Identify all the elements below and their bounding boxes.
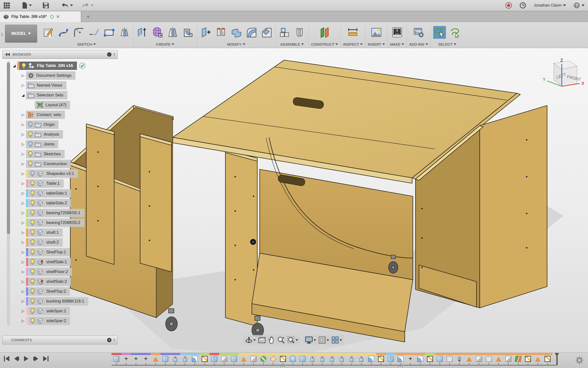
mirror-sketch-icon[interactable] xyxy=(118,26,131,39)
timeline-feature-box[interactable] xyxy=(160,353,170,362)
tree-item-chip[interactable]: shaft:1 xyxy=(26,228,63,237)
tree-item-chip[interactable]: Selection Sets xyxy=(26,91,67,99)
tree-item[interactable]: ▷ Contact: sets xyxy=(11,110,118,120)
timeline-feature-diam[interactable] xyxy=(268,353,278,362)
tree-item-chip[interactable]: Table:1 xyxy=(26,179,64,188)
timeline-feature-move[interactable]: + xyxy=(405,353,415,362)
spline-icon[interactable] xyxy=(57,26,70,39)
visibility-bulb-icon[interactable] xyxy=(30,171,35,177)
tree-item-chip[interactable]: shelfSide:1 xyxy=(26,258,71,266)
timeline-playhead[interactable] xyxy=(554,353,560,365)
scripts-addins-icon[interactable] xyxy=(412,26,425,39)
tree-item[interactable]: ▷ Analysis xyxy=(11,130,118,139)
tree-item[interactable]: ▷ shelfSide:1 xyxy=(11,257,118,267)
tree-item-chip[interactable]: Flip Table .5IN v16 xyxy=(17,62,77,70)
collapsed-arrow-icon[interactable]: ▷ xyxy=(20,230,26,235)
timeline-feature-del[interactable]: × xyxy=(180,353,190,362)
timeline-feature-move[interactable]: + xyxy=(141,353,151,362)
appearance-icon[interactable] xyxy=(215,26,227,39)
visibility-bulb-icon[interactable] xyxy=(30,249,35,255)
tree-item[interactable]: ◢ Selection Sets xyxy=(11,90,118,100)
collapsed-arrow-icon[interactable]: ▷ xyxy=(20,270,26,274)
look-at-icon[interactable] xyxy=(258,337,266,343)
tree-item-chip[interactable]: Named Views xyxy=(26,81,66,90)
file-menu-icon[interactable] xyxy=(22,2,32,9)
timeline-feature-sketch[interactable] xyxy=(543,353,552,362)
timeline-feature-pin[interactable] xyxy=(454,353,464,362)
collapsed-arrow-icon[interactable]: ▷ xyxy=(20,250,26,254)
grid-settings-icon[interactable] xyxy=(318,336,329,344)
timeline-feature-curve[interactable] xyxy=(366,353,376,362)
timeline-feature-comp[interactable]: ↓ xyxy=(484,353,494,362)
timeline-feature-curve[interactable] xyxy=(415,353,425,362)
visibility-bulb-icon[interactable] xyxy=(30,308,35,314)
addins-group-label[interactable]: ADD-INS xyxy=(409,42,428,47)
step-back-icon[interactable] xyxy=(13,355,20,362)
shell-icon[interactable] xyxy=(182,26,194,39)
assemble-group-label[interactable]: ASSEMBLE xyxy=(280,42,304,47)
create-group-label[interactable]: CREATE xyxy=(156,42,174,47)
expanded-arrow-icon[interactable]: ◢ xyxy=(11,64,17,68)
collapsed-arrow-icon[interactable]: ▷ xyxy=(20,201,26,205)
tree-item[interactable]: ▷ Origin xyxy=(11,120,118,130)
visibility-bulb-icon[interactable] xyxy=(30,288,35,295)
modify-group-label[interactable]: MODIFY xyxy=(227,42,245,47)
tree-item-chip[interactable]: shelfSide:2 xyxy=(26,277,71,286)
tree-item-chip[interactable]: Analysis xyxy=(26,130,63,139)
collapsed-arrow-icon[interactable]: ▷ xyxy=(20,132,26,137)
tree-item[interactable]: ▷ Joints xyxy=(11,139,118,149)
job-status-clock-icon[interactable] xyxy=(519,2,526,9)
mirror-body-icon[interactable] xyxy=(166,26,179,39)
visibility-bulb-icon[interactable] xyxy=(30,200,35,206)
collapse-panel-icon[interactable] xyxy=(5,53,10,56)
pan-icon[interactable] xyxy=(268,336,275,344)
collapsed-arrow-icon[interactable]: ▷ xyxy=(20,221,26,225)
timeline-feature-curve[interactable] xyxy=(190,353,200,362)
timeline-feature-sketch[interactable] xyxy=(425,353,435,362)
timeline-settings-gear-icon[interactable] xyxy=(575,356,584,364)
tree-item[interactable]: ▷ shelfSide:2 xyxy=(11,277,118,287)
select-group-label[interactable]: SELECT xyxy=(438,42,456,47)
form-icon[interactable] xyxy=(151,26,164,39)
new-tab-button[interactable]: + xyxy=(81,11,95,22)
tree-item-chip[interactable]: sideSpar:2 xyxy=(26,317,70,325)
tree-item-chip[interactable]: Origin xyxy=(26,120,59,129)
insert-ok-check-icon[interactable] xyxy=(79,62,86,69)
tree-item-chip[interactable]: shelfFloor:2 xyxy=(26,268,72,276)
tree-item-chip[interactable]: tableSide:1 xyxy=(26,189,71,197)
collapsed-arrow-icon[interactable]: ▷ xyxy=(20,73,26,78)
tree-item[interactable]: ▷ Construction xyxy=(11,159,118,169)
help-icon[interactable]: ? xyxy=(573,2,585,9)
timeline-feature-del[interactable]: × xyxy=(356,353,366,362)
timeline-feature-slash[interactable] xyxy=(258,353,268,362)
tree-item-chip[interactable]: Shapeoko v3:1 xyxy=(26,170,78,178)
tree-item[interactable]: ▷ sideSpar:2 xyxy=(11,316,118,326)
visibility-bulb-icon[interactable] xyxy=(28,141,33,147)
timeline-feature-joint[interactable] xyxy=(249,353,258,362)
visibility-bulb-icon[interactable] xyxy=(30,318,35,324)
collapsed-arrow-icon[interactable]: ▷ xyxy=(20,319,26,323)
timeline-feature-box[interactable] xyxy=(435,353,445,362)
timeline-feature-sketch[interactable] xyxy=(376,353,386,362)
tree-item[interactable]: ▷ shaft:1 xyxy=(11,228,118,237)
tree-item-chip[interactable]: bearing7208K55:2 xyxy=(26,219,84,227)
timeline-feature-plane[interactable] xyxy=(513,353,523,362)
visibility-bulb-icon[interactable] xyxy=(28,131,33,138)
extrude-icon[interactable] xyxy=(136,26,149,39)
tree-item[interactable]: ▷ Shapeoko v3:1 xyxy=(11,169,118,179)
tree-item[interactable]: ▷ Table:1 xyxy=(11,179,118,188)
collapsed-arrow-icon[interactable]: ▷ xyxy=(20,309,26,313)
tree-item-chip[interactable]: tableSide:2 xyxy=(26,199,71,207)
tree-item-chip[interactable]: Sketches xyxy=(26,150,65,158)
construction-plane-icon[interactable] xyxy=(318,26,331,39)
view-cube[interactable]: LEFT FRONT Z Y X xyxy=(540,56,587,96)
inspect-group-label[interactable]: INSPECT xyxy=(343,42,363,47)
measure-icon[interactable] xyxy=(346,26,359,39)
go-to-end-icon[interactable] xyxy=(43,355,49,362)
sketch-group-label[interactable]: SKETCH xyxy=(77,42,96,47)
tree-item[interactable]: ▷ tableSide:2 xyxy=(11,198,118,208)
collapsed-arrow-icon[interactable]: ▷ xyxy=(20,279,26,284)
tree-item-chip[interactable]: bearing7208K55:1 xyxy=(26,209,84,217)
play-icon[interactable] xyxy=(23,355,29,362)
tree-item-chip[interactable]: bushing 6086K116:1 xyxy=(26,297,88,305)
